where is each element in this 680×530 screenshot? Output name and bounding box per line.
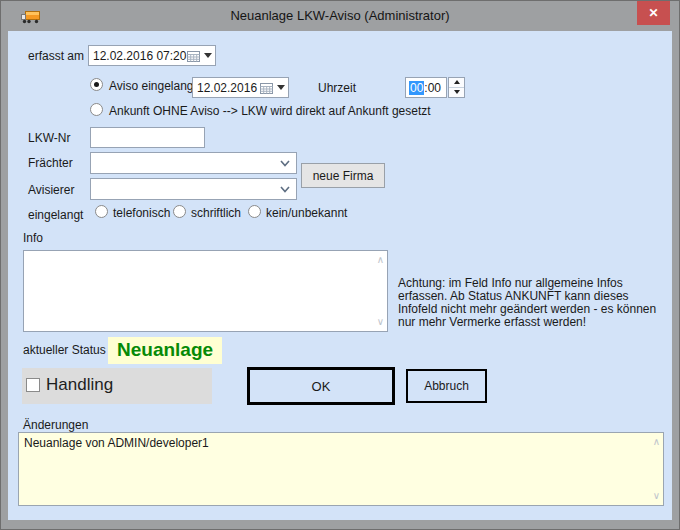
radio-aviso-eingelangt[interactable] [90,78,103,91]
chevron-down-icon[interactable] [280,160,290,167]
calendar-icon [260,82,273,94]
info-warning-text: Achtung: im Feld Info nur allgemeine Inf… [398,277,670,329]
radio-telefonisch-label: telefonisch [113,206,170,220]
lkw-nr-label: LKW-Nr [28,131,70,145]
erfasst-am-datetime-picker[interactable]: 12.02.2016 07:20 [88,45,216,66]
info-textarea[interactable]: ∧ ∨ [23,250,388,332]
info-label: Info [23,231,43,245]
radio-ankunft-ohne-aviso-label: Ankunft OHNE Aviso --> LKW wird direkt a… [109,104,431,118]
close-icon[interactable]: ✕ [637,1,670,25]
ok-button-label: OK [312,379,331,394]
scroll-up-icon[interactable]: ∧ [653,437,660,447]
calendar-icon [187,50,200,62]
handling-checkbox[interactable] [26,378,40,392]
neue-firma-button-label: neue Firma [313,169,374,183]
window-title: Neuanlage LKW-Aviso (Administrator) [1,1,679,31]
scroll-down-icon[interactable]: ∨ [377,317,384,327]
time-spinner [448,77,465,98]
radio-telefonisch[interactable] [95,205,108,218]
time-minutes[interactable]: :00 [424,81,441,95]
handling-panel: Handling [22,368,212,404]
spinner-down-icon[interactable] [449,88,464,98]
dialog-content: erfasst am 12.02.2016 07:20 Aviso eingel… [8,31,672,520]
radio-schriftlich-label: schriftlich [191,206,241,220]
radio-ankunft-ohne-aviso[interactable] [90,103,103,116]
chevron-down-icon[interactable] [280,186,290,193]
dropdown-arrow-icon[interactable] [277,85,285,90]
fraechter-label: Frächter [28,156,73,170]
handling-label: Handling [46,375,113,395]
dropdown-arrow-icon[interactable] [204,53,212,58]
erfasst-am-value: 12.02.2016 07:20 [93,49,187,63]
scroll-up-icon[interactable]: ∧ [377,255,384,265]
avisierer-combobox[interactable] [90,178,297,200]
radio-kein-unbekannt[interactable] [248,205,261,218]
eingelangt-label: eingelangt [28,208,83,222]
uhrzeit-label: Uhrzeit [318,81,356,95]
dialog-window: Neuanlage LKW-Aviso (Administrator) ✕ er… [0,0,680,530]
uhrzeit-time-field[interactable]: 00:00 [405,77,447,98]
aenderungen-value: Neuanlage von ADMIN/developer1 [24,436,209,450]
status-badge: Neuanlage [108,337,222,364]
aviso-date-picker[interactable]: 12.02.2016 [192,77,289,98]
aenderungen-textarea[interactable]: Neuanlage von ADMIN/developer1 ∧ ∨ [18,432,664,506]
erfasst-am-label: erfasst am [28,49,84,63]
lkw-nr-input[interactable] [90,127,205,148]
radio-aviso-eingelangt-label: Aviso eingelangt [109,79,197,93]
scroll-down-icon[interactable]: ∨ [653,491,660,501]
aenderungen-label: Änderungen [23,418,88,432]
abbruch-button[interactable]: Abbruch [406,369,487,403]
fraechter-combobox[interactable] [90,152,297,174]
abbruch-button-label: Abbruch [424,379,469,393]
title-bar[interactable]: Neuanlage LKW-Aviso (Administrator) ✕ [1,1,679,31]
radio-kein-unbekannt-label: kein/unbekannt [266,206,347,220]
time-hours-selected[interactable]: 00 [409,81,424,95]
ok-button[interactable]: OK [247,367,395,405]
aviso-date-value: 12.02.2016 [197,81,260,95]
neue-firma-button[interactable]: neue Firma [301,163,385,188]
spinner-up-icon[interactable] [449,78,464,88]
radio-schriftlich[interactable] [173,205,186,218]
aktueller-status-label: aktueller Status [23,343,106,357]
avisierer-label: Avisierer [28,183,74,197]
